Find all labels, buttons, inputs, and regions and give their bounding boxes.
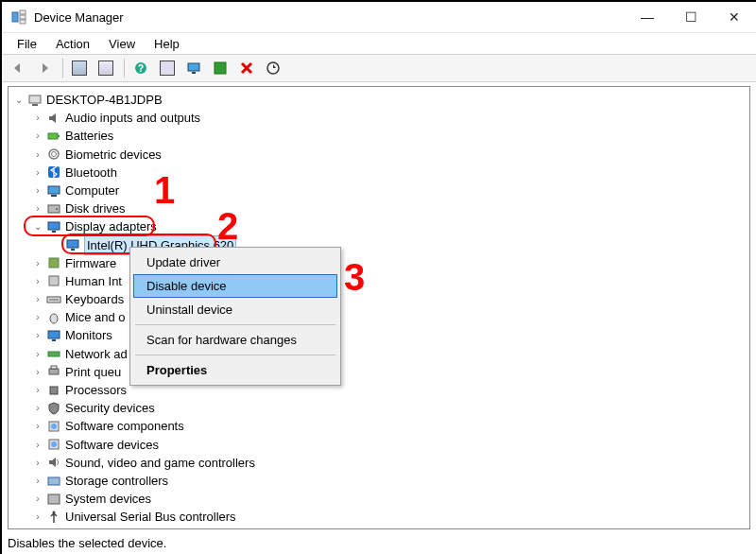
tree-item[interactable]: ›Keyboards — [10, 290, 747, 308]
chevron-right-icon[interactable]: › — [31, 146, 44, 164]
console-tree-button[interactable] — [67, 57, 92, 79]
chevron-right-icon[interactable]: › — [31, 127, 44, 145]
content-area: ⌄DESKTOP-4B1JDPB›Audio inputs and output… — [2, 82, 756, 533]
view-button[interactable] — [155, 57, 180, 79]
chevron-down-icon[interactable]: ⌄ — [12, 91, 26, 109]
display-icon — [65, 237, 80, 252]
ctx-properties[interactable]: Properties — [133, 358, 337, 382]
svg-rect-39 — [50, 387, 58, 394]
sound-icon — [46, 455, 61, 470]
chevron-right-icon[interactable]: › — [31, 490, 44, 508]
chevron-right-icon[interactable]: › — [31, 454, 44, 472]
maximize-button[interactable]: ☐ — [669, 2, 713, 32]
minimize-button[interactable]: — — [626, 2, 669, 32]
tree-item[interactable]: ›Network ad — [10, 345, 747, 363]
chevron-right-icon[interactable]: › — [31, 363, 44, 381]
chevron-right-icon[interactable]: › — [31, 182, 44, 199]
status-text: Disables the selected device. — [8, 536, 166, 550]
tree-item[interactable]: ›Sound, video and game controllers — [10, 454, 747, 472]
forward-button[interactable] — [32, 57, 57, 79]
tree-item[interactable]: ›Computer — [10, 182, 747, 199]
tree-item[interactable]: ⌄DESKTOP-4B1JDPB — [10, 91, 747, 109]
tree-item-label: Monitors — [65, 326, 112, 344]
chevron-right-icon[interactable]: › — [31, 508, 44, 526]
tree-item[interactable]: ›Universal Serial Bus controllers — [10, 508, 747, 526]
chevron-right-icon[interactable]: › — [31, 345, 44, 363]
svg-rect-22 — [51, 195, 57, 197]
ctx-scan-hardware[interactable]: Scan for hardware changes — [133, 328, 337, 352]
tree-item[interactable]: ›Print queu — [10, 363, 747, 381]
svg-rect-21 — [48, 186, 60, 194]
ctx-update-driver[interactable]: Update driver — [133, 251, 337, 274]
tree-item[interactable]: ›Human Int — [10, 272, 747, 290]
bluetooth-icon — [46, 164, 61, 180]
tree-item[interactable]: ›System devices — [10, 490, 747, 508]
tree-item[interactable]: ›Mice and o — [10, 308, 747, 326]
tree-item[interactable]: ›Batteries — [10, 127, 747, 145]
tree-item[interactable]: ›Bluetooth — [10, 164, 747, 182]
tree-item[interactable]: ›Biometric devices — [10, 146, 747, 164]
menu-file[interactable]: File — [8, 35, 46, 53]
chevron-right-icon[interactable]: › — [31, 326, 44, 344]
svg-marker-12 — [273, 64, 276, 68]
svg-rect-9 — [192, 72, 196, 74]
monitor-button[interactable] — [181, 57, 206, 79]
tree-item-label: Sound, video and game controllers — [65, 454, 255, 472]
chevron-right-icon[interactable]: › — [31, 199, 44, 217]
chevron-down-icon[interactable]: ⌄ — [31, 217, 44, 235]
chevron-right-icon[interactable]: › — [31, 472, 44, 490]
disable-button[interactable] — [234, 57, 259, 79]
tree-item-label: Universal Serial Bus controllers — [65, 508, 236, 526]
scan-button[interactable] — [208, 57, 232, 79]
menu-action[interactable]: Action — [46, 35, 99, 53]
tree-item[interactable]: ›Audio inputs and outputs — [10, 109, 747, 127]
cpu-icon — [46, 383, 61, 398]
chevron-right-icon[interactable]: › — [31, 417, 44, 435]
svg-rect-34 — [48, 331, 60, 338]
chevron-right-icon[interactable]: › — [31, 272, 44, 290]
tree-item-label: Human Int — [65, 272, 122, 290]
svg-rect-14 — [32, 104, 38, 106]
svg-marker-4 — [14, 63, 20, 73]
tree-item[interactable]: ›Monitors — [10, 326, 747, 344]
firmware-icon — [46, 255, 61, 270]
chevron-right-icon[interactable]: › — [31, 109, 44, 127]
chevron-right-icon[interactable]: › — [31, 436, 44, 454]
tree-item-label: Audio inputs and outputs — [65, 109, 200, 127]
device-manager-window: Device Manager — ☐ ✕ File Action View He… — [2, 2, 756, 554]
tree-item[interactable]: ›Processors — [10, 381, 747, 399]
toolbar-separator — [124, 59, 125, 78]
svg-marker-15 — [49, 113, 56, 123]
tree-item[interactable]: ›Storage controllers — [10, 472, 747, 490]
ctx-uninstall-device[interactable]: Uninstall device — [133, 298, 337, 321]
chevron-right-icon[interactable]: › — [31, 308, 44, 326]
tree-item[interactable]: ›Security devices — [10, 399, 747, 417]
menu-view[interactable]: View — [99, 35, 145, 53]
chevron-right-icon[interactable]: › — [31, 381, 44, 399]
tree-item-label: Computer — [65, 182, 119, 199]
tree-item[interactable]: ›Software devices — [10, 436, 747, 454]
back-button[interactable] — [6, 57, 30, 79]
close-button[interactable]: ✕ — [713, 2, 756, 32]
properties-button[interactable] — [94, 57, 118, 79]
tree-item[interactable]: ›Software components — [10, 417, 747, 435]
svg-rect-3 — [20, 20, 26, 24]
tree-item[interactable]: ⌄Display adapters — [10, 217, 747, 235]
chevron-right-icon[interactable]: › — [31, 290, 44, 308]
chevron-right-icon[interactable]: › — [31, 164, 44, 182]
software-icon — [46, 437, 61, 452]
tree-item[interactable]: ›Disk drives — [10, 199, 747, 217]
chevron-right-icon[interactable]: › — [31, 399, 44, 417]
device-tree[interactable]: ⌄DESKTOP-4B1JDPB›Audio inputs and output… — [8, 86, 750, 529]
window-title: Device Manager — [34, 10, 626, 25]
menu-help[interactable]: Help — [145, 35, 189, 53]
help-button[interactable]: ? — [129, 57, 153, 79]
tree-item[interactable]: ›Firmware — [10, 254, 747, 272]
tree-item-label: Storage controllers — [65, 472, 168, 490]
ctx-disable-device[interactable]: Disable device — [133, 274, 337, 298]
disk-icon — [46, 201, 61, 216]
computer-icon — [46, 183, 61, 199]
update-button[interactable] — [261, 57, 285, 79]
tree-item[interactable]: Intel(R) UHD Graphics 620 — [10, 236, 747, 254]
chevron-right-icon[interactable]: › — [31, 254, 44, 272]
